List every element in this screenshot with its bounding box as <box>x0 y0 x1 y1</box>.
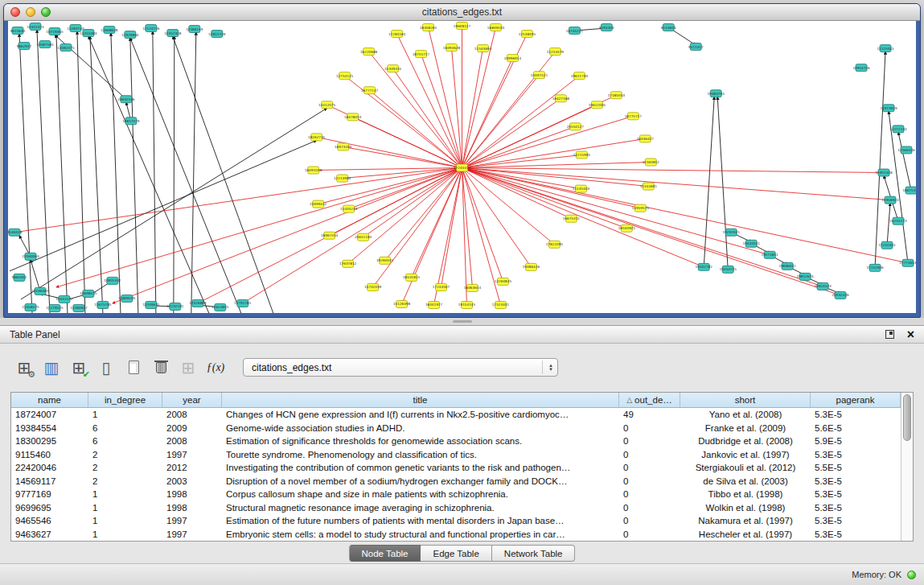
graph-edge[interactable] <box>462 48 483 167</box>
network-canvas[interactable]: 9615630104413241071936511283750986291710… <box>8 21 916 313</box>
column-header-title[interactable]: title <box>222 393 619 407</box>
table-cell: 0 <box>619 503 680 513</box>
graph-edge[interactable] <box>462 168 627 229</box>
graph-edge[interactable] <box>887 204 890 245</box>
table-mode-icon[interactable]: ⊞⚙ <box>13 356 35 378</box>
table-row[interactable]: 946362711997Embryonic stem cells: a mode… <box>11 528 901 542</box>
graph-edge[interactable] <box>889 111 908 263</box>
table-selector[interactable]: citations_edges.txt ▲▼ <box>243 358 558 377</box>
graph-edge[interactable] <box>462 168 704 267</box>
graph-node-label: 11544691 <box>640 184 658 188</box>
tab-node-table[interactable]: Node Table <box>349 545 421 562</box>
scrollbar-thumb[interactable] <box>903 394 911 441</box>
table-cell: 5.3E-5 <box>811 529 901 539</box>
splitter-grip-icon[interactable] <box>453 320 472 323</box>
column-header-short[interactable]: short <box>680 393 811 407</box>
graph-edge[interactable] <box>462 168 909 263</box>
table-cell: Corpus callosum shape and size in male p… <box>222 489 619 499</box>
graph-node-label: 18504925 <box>618 226 636 230</box>
graph-edge[interactable] <box>90 36 103 313</box>
memory-status-indicator[interactable] <box>907 571 916 579</box>
edit-table-icon[interactable]: ⊞✔ <box>68 356 90 378</box>
table-row[interactable]: 946554611997Estimation of the future num… <box>11 514 901 528</box>
graph-edge[interactable] <box>317 137 462 167</box>
graph-edge[interactable] <box>130 38 138 313</box>
graph-edge[interactable] <box>10 140 317 270</box>
graph-edge[interactable] <box>37 30 50 313</box>
import-table-icon[interactable]: ⊞ <box>177 356 199 378</box>
graph-edge[interactable] <box>462 58 513 167</box>
graph-edge[interactable] <box>462 168 467 305</box>
graph-node-label: 10497421 <box>531 73 548 77</box>
graph-edge[interactable] <box>173 36 273 313</box>
column-header-in_degree[interactable]: in_degree <box>88 393 162 407</box>
graph-node-label: 11869205 <box>118 296 136 300</box>
graph-edge[interactable] <box>113 168 462 303</box>
graph-node-label: 12624855 <box>211 305 229 309</box>
column-header-name[interactable]: name <box>11 393 88 407</box>
table-scrollbar[interactable] <box>901 393 913 541</box>
graph-node-label: 15349455 <box>384 67 402 71</box>
table-row[interactable]: 1938455462009Genome-wide association stu… <box>11 422 901 435</box>
graph-edge[interactable] <box>441 168 462 287</box>
graph-edge[interactable] <box>875 51 885 268</box>
close-button[interactable] <box>10 7 20 17</box>
graph-edge[interactable] <box>243 168 462 303</box>
function-builder-icon[interactable]: ƒ(x) <box>204 356 227 378</box>
network-graph[interactable]: 9615630104413241071936511283750986291710… <box>8 21 916 313</box>
table-cell: Hescheler et al. (1997) <box>680 529 811 539</box>
memory-status-label: Memory: OK <box>852 570 901 579</box>
tab-edge-table[interactable]: Edge Table <box>421 545 491 562</box>
table-row[interactable]: 1872400712008Changes of HCN gene express… <box>11 408 901 422</box>
new-column-icon[interactable] <box>122 356 145 378</box>
graph-edge[interactable] <box>462 168 641 208</box>
table-row[interactable]: 1456911722003Disruption of a novel membe… <box>11 475 901 488</box>
tab-network-table[interactable]: Network Table <box>492 545 576 562</box>
graph-edge[interactable] <box>19 34 32 313</box>
close-panel-icon[interactable]: × <box>907 328 914 341</box>
graph-edge[interactable] <box>462 116 634 167</box>
graph-edge[interactable] <box>462 168 891 200</box>
column-header-pagerank[interactable]: pagerank <box>811 393 901 407</box>
graph-edge[interactable] <box>704 97 714 267</box>
table-row[interactable]: 977716911998Corpus callosum shape and si… <box>11 488 901 501</box>
graph-edge[interactable] <box>462 168 572 219</box>
table-row[interactable]: 2242004622012Investigating the contribut… <box>11 461 901 475</box>
delete-column-icon[interactable] <box>150 356 172 378</box>
graph-edge[interactable] <box>343 146 462 167</box>
graph-node-label: 17485053 <box>608 93 626 97</box>
zoom-button[interactable] <box>41 7 51 17</box>
table-cell: 18724007 <box>11 410 88 419</box>
column-header-year[interactable]: year <box>162 393 222 407</box>
graph-edge[interactable] <box>174 36 175 313</box>
graph-node-label: 12566526 <box>897 148 915 152</box>
graph-edge[interactable] <box>462 168 532 267</box>
table-row[interactable]: 969969511998Structural magnetic resonanc… <box>11 501 901 515</box>
graph-node-label: 12792781 <box>234 301 252 305</box>
table-row[interactable]: 1830029562008Estimation of significance … <box>11 435 901 448</box>
table-cell: 5.9E-5 <box>811 436 901 446</box>
graph-edge[interactable] <box>153 31 156 313</box>
table-row[interactable]: 911546021997Tourette syndrome. Phenomeno… <box>11 448 901 462</box>
graph-edge[interactable] <box>88 36 209 313</box>
column-header-out_de[interactable]: △out_de… <box>619 393 680 407</box>
graph-edge[interactable] <box>462 76 580 167</box>
graph-edge[interactable] <box>898 132 911 190</box>
panel-splitter[interactable] <box>0 318 924 325</box>
float-window-icon[interactable] <box>885 330 894 339</box>
graph-edge[interactable] <box>130 38 241 313</box>
graph-edge[interactable] <box>462 168 885 173</box>
graph-edge[interactable] <box>462 168 770 255</box>
table-cell: Stergiakouli et al. (2012) <box>680 463 811 472</box>
graph-edge[interactable] <box>462 168 581 189</box>
select-columns-icon[interactable]: ▥ <box>40 356 63 378</box>
window-titlebar[interactable]: citations_edges.txt <box>4 4 920 21</box>
minimize-button[interactable] <box>26 7 35 17</box>
graph-edge[interactable] <box>77 31 85 313</box>
graph-node-label: 9862917 <box>17 44 32 48</box>
row-height-icon[interactable]: ▯ <box>95 356 117 378</box>
graph-edge[interactable] <box>31 260 40 291</box>
graph-edge[interactable] <box>717 97 728 270</box>
table-cell: Embryonic stem cells: a model to study s… <box>222 529 619 539</box>
graph-edge[interactable] <box>56 168 462 287</box>
